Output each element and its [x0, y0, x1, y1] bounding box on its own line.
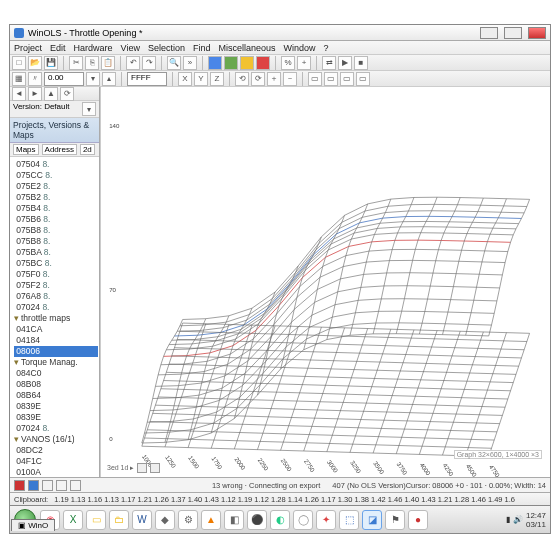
tray-sound-icon[interactable]: 🔊 [513, 515, 523, 524]
sb-fwd-icon[interactable]: ► [28, 87, 42, 101]
minimize-button[interactable] [480, 27, 498, 39]
sidebar-tab-maps[interactable]: Maps [13, 144, 39, 155]
tree-node[interactable]: 0839E [14, 412, 98, 423]
task-word[interactable]: W [132, 510, 152, 530]
plus-icon[interactable]: + [297, 56, 311, 70]
tree-node[interactable]: 08006 [14, 346, 98, 357]
a1-icon[interactable]: ▭ [308, 72, 322, 86]
tree-node[interactable]: throttle maps [14, 313, 98, 324]
sb-up-icon[interactable]: ▲ [44, 87, 58, 101]
menu-miscellaneous[interactable]: Miscellaneous [218, 43, 275, 53]
a3-icon[interactable]: ▭ [340, 72, 354, 86]
paste-icon[interactable]: 📋 [101, 56, 115, 70]
zoom-out-button[interactable] [137, 463, 147, 473]
sb-refresh-icon[interactable]: ⟳ [60, 87, 74, 101]
tree-node[interactable]: 0100A [14, 467, 98, 477]
value-field-2[interactable]: FFFF [127, 72, 167, 86]
task-tool6[interactable]: ◯ [293, 510, 313, 530]
menu-project[interactable]: Project [14, 43, 42, 53]
play-icon[interactable]: ▶ [338, 56, 352, 70]
tree-node[interactable]: 08B64 [14, 390, 98, 401]
sidebar-tab-2d[interactable]: 2d [80, 144, 95, 155]
task-tool3[interactable]: ◧ [224, 510, 244, 530]
a2-icon[interactable]: ▭ [324, 72, 338, 86]
cfg-icon[interactable] [28, 480, 39, 491]
task-winols[interactable]: ◪ [362, 510, 382, 530]
save-icon[interactable]: 💾 [44, 56, 58, 70]
system-tray[interactable]: ▮ 🔊 12:47 03/11 [506, 511, 546, 529]
task-files[interactable]: ▭ [86, 510, 106, 530]
menu-edit[interactable]: Edit [50, 43, 66, 53]
task-tool5[interactable]: ◐ [270, 510, 290, 530]
axis-z-icon[interactable]: Z [210, 72, 224, 86]
cut-icon[interactable]: ✂ [69, 56, 83, 70]
tree-node[interactable]: 084C0 [14, 368, 98, 379]
tree-node[interactable]: 0839E [14, 401, 98, 412]
open-icon[interactable]: 📂 [28, 56, 42, 70]
strip-b-icon[interactable] [56, 480, 67, 491]
zoom-out-icon[interactable]: － [283, 72, 297, 86]
tree-node[interactable]: 08B08 [14, 379, 98, 390]
titlebar[interactable]: WinOLS - Throttle Opening * [10, 25, 550, 41]
tree-node[interactable]: 04184 [14, 335, 98, 346]
tree-node[interactable]: 075B4 8. [14, 203, 98, 214]
task-tool8[interactable]: ⬚ [339, 510, 359, 530]
task-tool4[interactable]: ⚫ [247, 510, 267, 530]
task-tool10[interactable]: ● [408, 510, 428, 530]
tree-node[interactable]: 075F2 8. [14, 280, 98, 291]
grid-icon[interactable]: ▦ [12, 72, 26, 86]
tree-node[interactable]: 07504 8. [14, 159, 98, 170]
zoom-in-icon[interactable]: ＋ [267, 72, 281, 86]
tree-node[interactable]: Torque Manag. [14, 357, 98, 368]
sidebar-tab-address[interactable]: Address [42, 144, 77, 155]
axis-x-icon[interactable]: X [178, 72, 192, 86]
surface-canvas[interactable]: 1000125015001750200022502500275030003250… [100, 87, 550, 477]
redo-icon[interactable]: ↷ [142, 56, 156, 70]
strip-a-icon[interactable] [42, 480, 53, 491]
value-field-1[interactable]: 0.00 [44, 72, 84, 86]
tree-node[interactable]: 075BA 8. [14, 247, 98, 258]
step-up-icon[interactable]: ▴ [102, 72, 116, 86]
tree-node[interactable]: 075B2 8. [14, 192, 98, 203]
tray-clock[interactable]: 12:47 03/11 [526, 511, 546, 529]
a4-icon[interactable]: ▭ [356, 72, 370, 86]
view-3d-icon[interactable] [224, 56, 238, 70]
task-excel[interactable]: X [63, 510, 83, 530]
version-dropdown-icon[interactable]: ▾ [82, 102, 96, 116]
sb-back-icon[interactable]: ◄ [12, 87, 26, 101]
search-icon[interactable]: 🔍 [167, 56, 181, 70]
tree-node[interactable]: 076A8 8. [14, 291, 98, 302]
project-tree[interactable]: 07504 8. 075CC 8. 075E2 8. 075B2 8. 075B… [10, 157, 99, 477]
rotate-right-icon[interactable]: ⟳ [251, 72, 265, 86]
tree-node[interactable]: 08DC2 [14, 445, 98, 456]
find-next-icon[interactable]: » [183, 56, 197, 70]
tree-node[interactable]: 04F1C [14, 456, 98, 467]
tree-node[interactable]: 075CC 8. [14, 170, 98, 181]
view-hex-icon[interactable] [256, 56, 270, 70]
menu-window[interactable]: Window [283, 43, 315, 53]
tree-node[interactable]: 07024 8. [14, 302, 98, 313]
tree-node[interactable]: 075BC 8. [14, 258, 98, 269]
step-down-icon[interactable]: ▾ [86, 72, 100, 86]
task-tool7[interactable]: ✦ [316, 510, 336, 530]
menu-selection[interactable]: Selection [148, 43, 185, 53]
task-tool1[interactable]: ◆ [155, 510, 175, 530]
close-button[interactable] [528, 27, 546, 39]
record-icon[interactable] [14, 480, 25, 491]
task-tool9[interactable]: ⚑ [385, 510, 405, 530]
new-icon[interactable]: □ [12, 56, 26, 70]
tree-node[interactable]: 075F0 8. [14, 269, 98, 280]
strip-c-icon[interactable] [70, 480, 81, 491]
percent-icon[interactable]: % [281, 56, 295, 70]
stop-icon[interactable]: ■ [354, 56, 368, 70]
menu-hardware[interactable]: Hardware [74, 43, 113, 53]
axis-y-icon[interactable]: Y [194, 72, 208, 86]
view-text-icon[interactable] [240, 56, 254, 70]
rotate-left-icon[interactable]: ⟲ [235, 72, 249, 86]
menu-?[interactable]: ? [324, 43, 329, 53]
task-explorer[interactable]: 🗀 [109, 510, 129, 530]
copy-icon[interactable]: ⎘ [85, 56, 99, 70]
chart-icon[interactable]: 〃 [28, 72, 42, 86]
task-vlc[interactable]: ▲ [201, 510, 221, 530]
tree-node[interactable]: 041CA [14, 324, 98, 335]
